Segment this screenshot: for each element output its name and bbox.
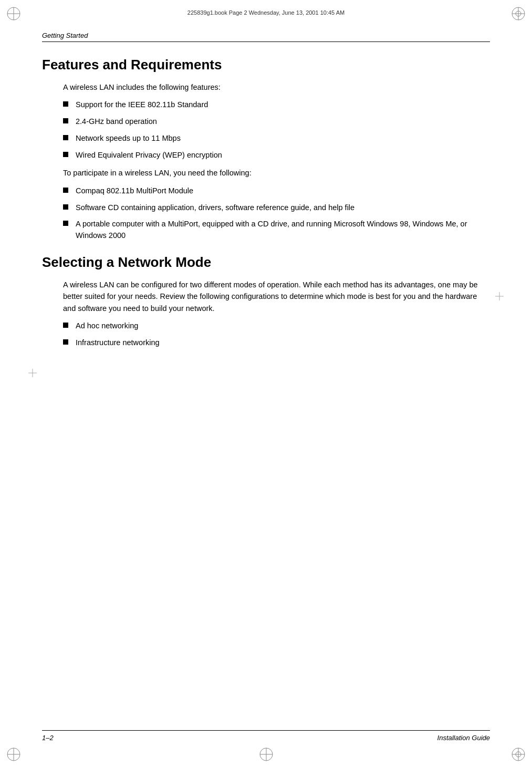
network-mode-title: Selecting a Network Mode (42, 254, 490, 271)
bullet-item: Support for the IEEE 802.11b Standard (63, 99, 490, 111)
page-header: Getting Started (42, 32, 490, 42)
reg-mark-top-left (6, 6, 21, 21)
section-features: Features and Requirements A wireless LAN… (42, 57, 490, 242)
page-footer: 1–2 Installation Guide (42, 730, 490, 742)
reg-mark-bottom-right (511, 747, 526, 762)
features-title: Features and Requirements (42, 57, 490, 73)
bullet-text-infrastructure: Infrastructure networking (76, 337, 490, 349)
bullet-text: Compaq 802.11b MultiPort Module (76, 185, 490, 197)
reg-mark-top-right (511, 6, 526, 21)
bullet-icon (63, 204, 68, 210)
side-mark-left (28, 369, 37, 377)
features-bullet-list-2: Compaq 802.11b MultiPort Module Software… (63, 185, 490, 242)
bullet-item: Compaq 802.11b MultiPort Module (63, 185, 490, 197)
bullet-text: Software CD containing application, driv… (76, 202, 490, 214)
footer-page-number: 1–2 (42, 734, 54, 742)
network-mode-bullet-list: Ad hoc networking Infrastructure network… (63, 320, 490, 349)
top-document-info: 225839g1.book Page 2 Wednesday, June 13,… (187, 9, 345, 16)
side-mark-right (495, 292, 504, 300)
bullet-item: Wired Equivalent Privacy (WEP) encryptio… (63, 150, 490, 161)
bullet-item-infrastructure: Infrastructure networking (63, 337, 490, 349)
reg-mark-bottom-center (259, 747, 274, 762)
bullet-icon (63, 135, 68, 140)
bullet-item: Network speeds up to 11 Mbps (63, 133, 490, 144)
bullet-text-ad-hoc: Ad hoc networking (76, 320, 490, 332)
section-network-mode: Selecting a Network Mode A wireless LAN … (42, 254, 490, 349)
bullet-icon (63, 188, 68, 193)
bullet-icon (63, 221, 68, 226)
bullet-text: A portable computer with a MultiPort, eq… (76, 219, 490, 242)
bullet-text: Wired Equivalent Privacy (WEP) encryptio… (76, 150, 490, 161)
bullet-icon (63, 339, 68, 345)
page: 225839g1.book Page 2 Wednesday, June 13,… (0, 0, 532, 768)
bullet-icon (63, 152, 68, 157)
bullet-item: Software CD containing application, driv… (63, 202, 490, 214)
bullet-text: Support for the IEEE 802.11b Standard (76, 99, 490, 111)
footer-guide-name: Installation Guide (437, 734, 490, 742)
features-transition: To participate in a wireless LAN, you ne… (63, 167, 490, 179)
bullet-item: 2.4-GHz band operation (63, 116, 490, 128)
bullet-icon (63, 118, 68, 123)
bullet-item-ad-hoc: Ad hoc networking (63, 320, 490, 332)
features-intro: A wireless LAN includes the following fe… (63, 81, 490, 93)
bullet-icon (63, 323, 68, 328)
bullet-text: Network speeds up to 11 Mbps (76, 133, 490, 144)
reg-mark-bottom-left (6, 747, 21, 762)
features-bullet-list-1: Support for the IEEE 802.11b Standard 2.… (63, 99, 490, 161)
bullet-item: A portable computer with a MultiPort, eq… (63, 219, 490, 242)
main-content: Getting Started Features and Requirement… (42, 32, 490, 355)
bullet-icon (63, 101, 68, 107)
header-section-title: Getting Started (42, 32, 88, 39)
network-mode-intro: A wireless LAN can be configured for two… (63, 279, 490, 314)
bullet-text: 2.4-GHz band operation (76, 116, 490, 128)
